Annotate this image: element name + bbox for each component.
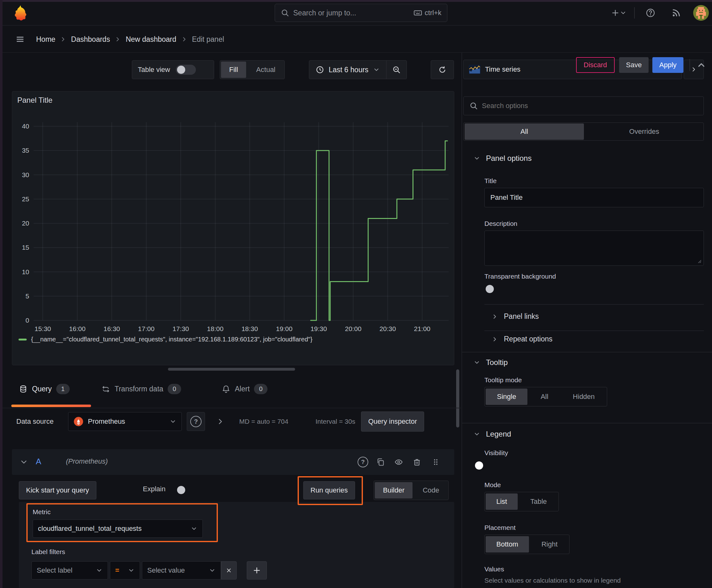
placement-right[interactable]: Right <box>531 536 568 552</box>
tooltip-mode-single[interactable]: Single <box>486 388 527 405</box>
toggle-visibility-button[interactable] <box>392 455 406 469</box>
grip-icon <box>431 458 440 466</box>
global-search-input[interactable] <box>293 9 410 17</box>
search-shortcut: ctrl+k <box>413 8 441 17</box>
help-button[interactable] <box>644 6 657 20</box>
tab-alert[interactable]: Alert 0 <box>222 384 267 394</box>
tooltip-mode-group: Single All Hidden <box>484 387 607 406</box>
filter-overrides-tab[interactable]: Overrides <box>586 123 703 140</box>
refresh-button[interactable] <box>431 60 454 79</box>
chevron-down-icon <box>473 359 480 366</box>
query-ref-id[interactable]: A <box>36 457 41 466</box>
collapse-query-icon[interactable] <box>19 458 28 466</box>
builder-option[interactable]: Builder <box>375 482 412 499</box>
svg-text:15:30: 15:30 <box>35 325 51 332</box>
panel-links-header[interactable]: Panel links <box>491 312 539 321</box>
panel-preview: Panel Title 051015202530354015:3016:0016… <box>12 91 454 365</box>
transform-icon <box>102 385 110 394</box>
fill-actual-group: Fill Actual <box>220 60 285 79</box>
tooltip-mode-all[interactable]: All <box>529 388 559 405</box>
svg-text:18:30: 18:30 <box>241 325 258 332</box>
save-button[interactable]: Save <box>619 57 649 73</box>
zoom-out-button[interactable] <box>386 61 407 79</box>
svg-text:15: 15 <box>22 244 29 251</box>
chart-legend[interactable]: {__name__="cloudflared_tunnel_total_requ… <box>19 336 312 343</box>
tab-transform-data[interactable]: Transform data 0 <box>102 384 181 394</box>
time-range-picker[interactable]: Last 6 hours <box>309 61 386 79</box>
delete-query-button[interactable] <box>410 455 424 469</box>
run-queries-button[interactable]: Run queries <box>303 481 355 499</box>
repeat-options-header[interactable]: Repeat options <box>491 335 553 343</box>
select-label-dropdown[interactable]: Select label <box>31 561 108 580</box>
options-filter-tabs: All Overrides <box>463 123 704 141</box>
fill-option[interactable]: Fill <box>221 62 246 78</box>
search-options-box[interactable] <box>463 97 704 115</box>
search-options-input[interactable] <box>482 102 698 110</box>
x-icon <box>225 567 232 574</box>
resize-grip-icon[interactable] <box>695 257 702 264</box>
refresh-icon <box>438 65 447 74</box>
mega-menu-button[interactable] <box>13 33 27 46</box>
search-icon <box>469 102 478 110</box>
svg-text:20:30: 20:30 <box>380 325 396 332</box>
panel-title-field[interactable] <box>484 188 704 207</box>
apply-button[interactable]: Apply <box>652 57 684 73</box>
filter-all-tab[interactable]: All <box>465 123 584 140</box>
expand-options-icon[interactable] <box>216 417 225 426</box>
grafana-logo[interactable] <box>13 4 28 22</box>
code-option[interactable]: Code <box>414 482 447 499</box>
collapse-options-button[interactable] <box>694 58 708 72</box>
svg-text:16:00: 16:00 <box>69 325 86 332</box>
tab-query[interactable]: Query 1 <box>19 384 70 394</box>
actual-option[interactable]: Actual <box>248 62 283 78</box>
time-series-viz-icon <box>469 65 481 74</box>
time-series-chart[interactable]: 051015202530354015:3016:0016:3017:0017:3… <box>15 120 452 339</box>
explain-label: Explain <box>143 485 166 493</box>
new-menu-button[interactable] <box>608 6 629 20</box>
copy-icon <box>376 458 385 466</box>
table-view-toggle[interactable] <box>176 65 196 75</box>
query-inspector-button[interactable]: Query inspector <box>361 412 424 432</box>
svg-text:35: 35 <box>22 147 29 154</box>
duplicate-query-button[interactable] <box>373 455 387 469</box>
news-button[interactable] <box>669 6 683 20</box>
discard-button[interactable]: Discard <box>576 57 615 73</box>
datasource-picker[interactable]: Prometheus <box>68 412 182 431</box>
select-value-dropdown[interactable]: Select value <box>142 561 221 580</box>
placement-bottom[interactable]: Bottom <box>486 536 529 552</box>
keyboard-icon <box>413 8 422 17</box>
datasource-help-button[interactable]: ? <box>187 412 205 431</box>
breadcrumb: Home Dashboards New dashboard Edit panel <box>36 26 224 53</box>
panel-resize-handle[interactable] <box>168 368 295 371</box>
svg-text:17:00: 17:00 <box>138 325 155 332</box>
panel-title-input[interactable] <box>490 193 698 202</box>
max-data-points-text: MD = auto = 704 <box>239 418 288 425</box>
svg-text:20:00: 20:00 <box>345 325 362 332</box>
breadcrumb-new-dashboard[interactable]: New dashboard <box>126 35 176 44</box>
label-filters-label: Label filters <box>31 548 65 555</box>
legend-header[interactable]: Legend <box>473 430 511 439</box>
breadcrumb-dashboards[interactable]: Dashboards <box>71 35 110 44</box>
query-help-button[interactable]: ? <box>356 455 370 469</box>
description-field[interactable] <box>484 231 704 266</box>
tooltip-mode-hidden[interactable]: Hidden <box>562 388 606 405</box>
kick-start-button[interactable]: Kick start your query <box>19 481 96 499</box>
breadcrumb-home[interactable]: Home <box>36 35 55 44</box>
user-avatar[interactable] <box>693 5 709 21</box>
panel-options-header[interactable]: Panel options <box>473 154 532 163</box>
metric-select[interactable]: cloudflared_tunnel_total_requests <box>33 520 203 538</box>
svg-text:5: 5 <box>25 292 29 300</box>
tooltip-header[interactable]: Tooltip <box>473 358 508 367</box>
operator-dropdown[interactable]: = <box>110 561 140 580</box>
legend-mode-list[interactable]: List <box>486 493 518 510</box>
remove-filter-button[interactable] <box>221 561 237 580</box>
visualization-picker[interactable]: Time series <box>463 60 682 79</box>
chevron-down-icon <box>191 525 197 532</box>
drag-query-handle[interactable] <box>429 455 443 469</box>
add-filter-button[interactable] <box>247 561 267 580</box>
left-pane-scrollbar[interactable] <box>456 370 459 427</box>
divider <box>484 304 704 305</box>
global-search[interactable]: ctrl+k <box>275 4 447 22</box>
svg-text:17:30: 17:30 <box>172 325 189 332</box>
legend-mode-table[interactable]: Table <box>520 493 558 510</box>
